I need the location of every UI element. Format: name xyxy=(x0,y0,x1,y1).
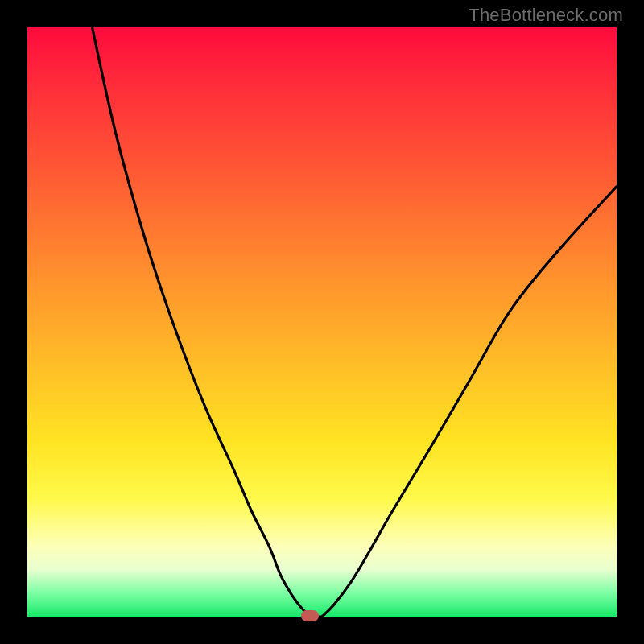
min-marker xyxy=(301,610,319,621)
chart-frame: TheBottleneck.com xyxy=(0,0,644,644)
bottleneck-curve xyxy=(93,27,617,617)
plot-area xyxy=(27,27,617,617)
watermark-text: TheBottleneck.com xyxy=(469,5,623,26)
curve-svg xyxy=(27,27,617,617)
